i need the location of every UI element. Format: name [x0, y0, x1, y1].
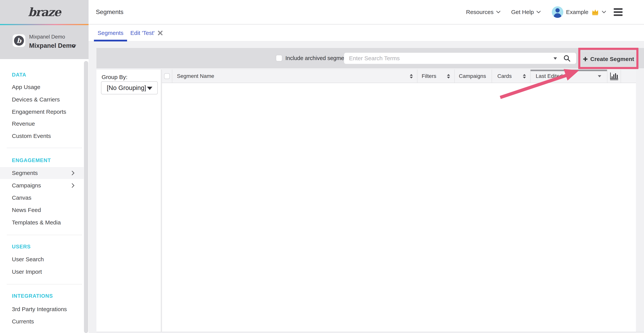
selected-column-indicator — [530, 70, 607, 71]
tab-edit-test[interactable]: Edit 'Test' — [130, 25, 163, 41]
tab-segments[interactable]: Segments — [94, 25, 127, 41]
workspace-avatar: b — [13, 34, 25, 47]
search-icon[interactable] — [564, 55, 571, 62]
sidebar-item-label: Campaigns — [12, 182, 41, 189]
sidebar-item-custom-events[interactable]: Custom Events — [0, 130, 84, 142]
sidebar-item-devices-carriers[interactable]: Devices & Carriers — [0, 94, 84, 106]
chevron-down-icon — [536, 11, 541, 14]
sidebar-item-label: User Import — [12, 268, 42, 275]
table-header-row: Segment Name Filters Campaigns Cards Las… — [162, 70, 636, 83]
create-segment-button[interactable]: Create Segment — [580, 51, 636, 67]
segments-table: Segment Name Filters Campaigns Cards Las… — [162, 70, 636, 332]
column-label: Cards — [498, 73, 512, 79]
resources-menu[interactable]: Resources — [466, 9, 500, 15]
sidebar-divider — [7, 235, 82, 235]
sidebar-item-label: App Usage — [12, 84, 40, 90]
select-caret-icon — [147, 87, 152, 90]
sidebar-item-label: 3rd Party Integrations — [12, 306, 67, 312]
sidebar-divider — [7, 148, 82, 148]
braze-logo-area: braze — [0, 0, 88, 24]
column-label: Last Edited — [536, 73, 562, 79]
column-dropdown-caret-icon[interactable] — [598, 75, 601, 77]
braze-logo: braze — [28, 5, 60, 19]
segments-toolbar: Include archived segments Create Segment — [96, 48, 644, 68]
column-cards[interactable]: Cards — [492, 70, 530, 83]
page-title: Segments — [96, 0, 124, 24]
sort-icon[interactable] — [523, 74, 526, 79]
column-analytics[interactable] — [608, 70, 621, 83]
sidebar-item-templates-media[interactable]: Templates & Media — [0, 217, 84, 228]
tab-bar: Segments Edit 'Test' — [88, 25, 644, 42]
column-campaigns[interactable]: Campaigns — [455, 70, 492, 83]
search-field-wrap — [344, 53, 576, 64]
column-segment-name[interactable]: Segment Name — [172, 70, 418, 83]
sidebar-item-user-import[interactable]: User Import — [0, 266, 84, 278]
sidebar-item-currents[interactable]: Currents — [0, 315, 84, 327]
sidebar-item-label: Engagement Reports — [12, 109, 66, 115]
sidebar-item-segments[interactable]: Segments — [0, 167, 84, 179]
sidebar: braze b Mixpanel Demo Mixpanel Demo DATA… — [0, 0, 88, 333]
sidebar-section-engagement: ENGAGEMENT — [12, 154, 51, 166]
horizontal-scrollbar-track[interactable] — [96, 332, 644, 333]
create-segment-label: Create Segment — [590, 56, 634, 62]
include-archived-label: Include archived segments — [286, 48, 352, 68]
hamburger-menu-icon[interactable] — [614, 8, 622, 16]
sidebar-item-label: Canvas — [12, 194, 32, 201]
sidebar-section-users: USERS — [12, 241, 31, 253]
workspace-company: Mixpanel Demo — [29, 34, 65, 40]
sidebar-item-user-search[interactable]: User Search — [0, 253, 84, 265]
chevron-down-icon — [496, 11, 500, 14]
plus-icon — [583, 56, 588, 62]
tab-label: Edit 'Test' — [130, 30, 155, 36]
sidebar-item-app-usage[interactable]: App Usage — [0, 81, 84, 93]
user-avatar — [552, 6, 563, 18]
sidebar-item-revenue[interactable]: Revenue — [0, 118, 84, 130]
sidebar-item-canvas[interactable]: Canvas — [0, 192, 84, 204]
close-icon[interactable] — [158, 31, 163, 36]
include-archived-checkbox[interactable] — [276, 55, 282, 61]
sort-icon[interactable] — [447, 74, 450, 79]
search-dropdown-caret-icon[interactable] — [554, 57, 557, 60]
resources-label: Resources — [466, 9, 493, 15]
sidebar-divider — [7, 284, 82, 284]
sidebar-item-label: Devices & Carriers — [12, 96, 60, 103]
sidebar-section-data: DATA — [12, 69, 26, 81]
person-icon — [556, 8, 560, 13]
sidebar-item-campaigns[interactable]: Campaigns — [0, 180, 84, 191]
sidebar-item-label: Revenue — [12, 120, 35, 127]
chevron-right-icon — [72, 171, 74, 176]
user-menu[interactable]: Example — [552, 6, 606, 18]
sidebar-item-label: User Search — [12, 256, 44, 263]
topbar: Segments Resources Get Help Example — [88, 0, 644, 24]
sidebar-item-label: Custom Events — [12, 133, 51, 139]
sidebar-item-label: Templates & Media — [12, 219, 61, 226]
crown-icon — [591, 9, 599, 16]
active-tab-underline — [94, 40, 127, 42]
sidebar-item-3rd-party-integrations[interactable]: 3rd Party Integrations — [0, 303, 84, 315]
sidebar-section-integrations: INTEGRATIONS — [12, 290, 53, 302]
get-help-label: Get Help — [511, 9, 534, 15]
select-all-checkbox[interactable] — [164, 73, 170, 79]
chevron-down-icon[interactable] — [71, 44, 76, 47]
group-by-value: [No Grouping] — [107, 84, 146, 92]
column-empty — [621, 70, 636, 83]
sidebar-scrollbar[interactable] — [84, 61, 88, 333]
sort-icon[interactable] — [410, 74, 413, 79]
workspace-avatar-icon: b — [14, 36, 24, 46]
workspace-avatar-letter: b — [17, 37, 21, 45]
column-last-edited[interactable]: Last Edited — [530, 70, 608, 83]
column-filters[interactable]: Filters — [418, 70, 455, 83]
table-body-empty — [162, 83, 636, 332]
search-input[interactable] — [344, 53, 576, 64]
tab-label: Segments — [98, 30, 124, 36]
sidebar-item-news-feed[interactable]: News Feed — [0, 204, 84, 216]
workspace-switcher[interactable]: b Mixpanel Demo Mixpanel Demo — [0, 25, 88, 59]
sidebar-item-label: News Feed — [12, 207, 41, 213]
workspace-name: Mixpanel Demo — [29, 42, 76, 49]
column-label: Segment Name — [177, 73, 214, 79]
sidebar-item-engagement-reports[interactable]: Engagement Reports — [0, 106, 84, 118]
group-by-panel: Group By: [No Grouping] — [96, 70, 161, 332]
get-help-menu[interactable]: Get Help — [511, 9, 541, 15]
group-by-select[interactable]: [No Grouping] — [101, 81, 158, 94]
sidebar-item-label: Segments — [12, 170, 38, 176]
